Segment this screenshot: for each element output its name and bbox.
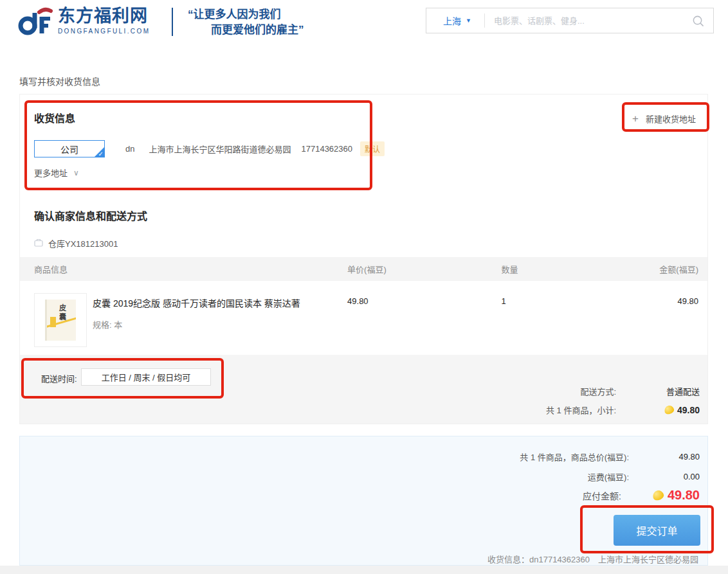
store-icon [34, 238, 43, 249]
site-logo[interactable]: 东方福利网 DONGFANGFULI.COM [18, 6, 150, 41]
new-address-button[interactable]: + 新建收货地址 [632, 112, 696, 125]
receiver-phone: 17714362360 [301, 144, 352, 154]
delivery-time-value: 工作日 / 周末 / 假日均可 [102, 371, 191, 383]
total-row: 共 1 件商品，商品总价(福豆): 49.80 [520, 451, 700, 463]
delivery-time-select[interactable]: 工作日 / 周末 / 假日均可 [81, 368, 211, 386]
product-unit-price: 49.80 [347, 289, 502, 347]
address-row: 公司 ✓ dn 上海市上海长宁区华阳路街道德必易园 17714362360 默认 [34, 140, 385, 157]
search-input[interactable] [485, 16, 692, 26]
merchant-section-title: 确认商家信息和配送方式 [34, 208, 147, 223]
warehouse-name: 仓库YX181213001 [48, 237, 118, 249]
header-quantity: 数量 [502, 263, 651, 275]
receiver-summary: 收货信息：dn17714362360 上海市上海长宁区德必易园 [487, 553, 698, 565]
header-unit-price: 单价(福豆) [347, 263, 502, 275]
search-bar: 上海 ▼ [426, 8, 714, 33]
shipping-fee-row: 运费(福豆): 0.00 [588, 471, 700, 483]
subtotal-label: 共 1 件商品，小计: [546, 404, 616, 416]
receiver-name: dn [125, 144, 134, 154]
payable-value: 49.80 [668, 488, 700, 503]
product-amount: 49.80 [650, 289, 698, 347]
page-title: 填写并核对收货信息 [19, 75, 100, 87]
checkout-page: 东方福利网 DONGFANGFULI.COM “让更多人因为我们 而更爱他们的雇… [0, 0, 728, 574]
delivery-method-row: 配送方式: 普通配送 [580, 385, 700, 397]
delivery-method-value: 普通配送 [616, 385, 700, 397]
product-quantity: 1 [502, 289, 651, 347]
header-amount: 金额(福豆) [650, 263, 698, 275]
footer-strip [0, 566, 728, 574]
logo-qf-icon [18, 6, 53, 41]
payable-row: 应付金额: 49.80 [583, 488, 700, 503]
slogan-line-1: “让更多人因为我们 [188, 7, 304, 22]
site-slogan: “让更多人因为我们 而更爱他们的雇主” [188, 7, 304, 38]
more-address-label: 更多地址 [34, 166, 68, 179]
subtotal-row: 共 1 件商品，小计: 49.80 [546, 404, 700, 416]
table-row: 皮囊 皮囊 2019纪念版 感动千万读者的国民读本 蔡崇达著 规格: 本 49.… [20, 289, 707, 347]
shipping-fee-label: 运费(福豆): [588, 471, 629, 483]
delivery-method-label: 配送方式: [580, 385, 616, 397]
city-selector[interactable]: 上海 ▼ [426, 14, 484, 27]
order-card: 收货信息 + 新建收货地址 公司 ✓ dn 上海市上海长宁区华阳路街道德必易园 … [19, 94, 708, 424]
book-cover: 皮囊 [45, 300, 76, 341]
address-tag-selected[interactable]: 公司 ✓ [34, 140, 105, 157]
header-product-info: 商品信息 [34, 263, 347, 275]
shipping-fee-value: 0.00 [629, 472, 700, 481]
default-badge: 默认 [360, 141, 385, 156]
product-title[interactable]: 皮囊 2019纪念版 感动千万读者的国民读本 蔡崇达著 [93, 296, 300, 309]
product-table-header: 商品信息 单价(福豆) 数量 金额(福豆) [20, 257, 707, 281]
total-value: 49.80 [629, 452, 700, 462]
payable-label: 应付金额: [583, 489, 621, 502]
shipping-section-title: 收货信息 [34, 110, 75, 125]
summary-card: 共 1 件商品，商品总价(福豆): 49.80 运费(福豆): 0.00 应付金… [19, 436, 708, 566]
warehouse-row: 仓库YX181213001 [34, 237, 118, 249]
bean-icon [651, 489, 664, 501]
plus-icon: + [632, 113, 639, 124]
search-icon[interactable] [692, 15, 704, 27]
city-name: 上海 [443, 14, 461, 27]
delivery-time-label: 配送时间: [41, 372, 77, 384]
receiver-address: 上海市上海长宁区华阳路街道德必易园 [149, 143, 291, 155]
submit-order-button[interactable]: 提交订单 [614, 515, 700, 546]
check-icon: ✓ [98, 151, 104, 157]
new-address-label: 新建收货地址 [646, 112, 696, 125]
subtotal-value: 49.80 [677, 405, 700, 415]
slogan-line-2: 而更爱他们的雇主” [188, 22, 304, 38]
address-tag-label: 公司 [60, 143, 78, 156]
product-cell: 皮囊 皮囊 2019纪念版 感动千万读者的国民读本 蔡崇达著 规格: 本 [34, 289, 347, 347]
header-divider [172, 8, 173, 36]
delivery-block: 配送时间: 工作日 / 周末 / 假日均可 配送方式: 普通配送 共 1 件商品… [20, 355, 707, 424]
product-spec: 规格: 本 [93, 318, 300, 330]
product-image[interactable]: 皮囊 [34, 293, 87, 347]
chevron-down-icon: ∨ [73, 169, 79, 177]
caret-down-icon: ▼ [466, 18, 471, 24]
logo-domain: DONGFANGFULI.COM [58, 28, 150, 35]
bean-icon [664, 404, 675, 415]
total-label: 共 1 件商品，商品总价(福豆): [520, 451, 629, 463]
more-address-toggle[interactable]: 更多地址 ∨ [34, 166, 79, 179]
logo-name: 东方福利网 [58, 6, 150, 26]
book-sticker [50, 317, 56, 327]
book-cover-title: 皮囊 [57, 304, 67, 322]
